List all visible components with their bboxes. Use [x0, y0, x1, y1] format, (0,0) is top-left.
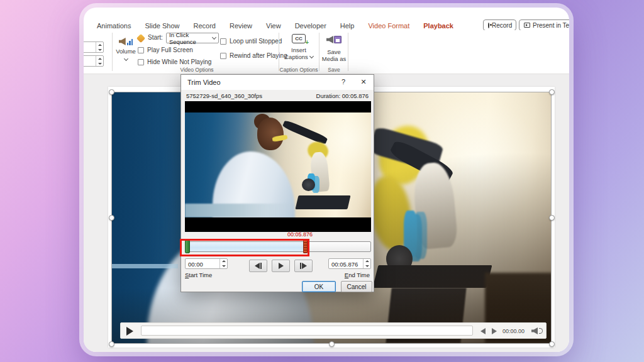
selection-handle-mid-right[interactable]	[549, 215, 555, 221]
record-button-label: Record	[492, 22, 512, 29]
powerpoint-window: Animations Slide Show Record Review View…	[84, 8, 569, 352]
save-media-label-1: Save	[327, 48, 341, 55]
end-time-value: 00:05.876	[331, 261, 358, 268]
start-icon	[136, 34, 145, 43]
cancel-button[interactable]: Cancel	[341, 281, 372, 292]
selection-handle-bottom-center[interactable]	[329, 341, 335, 347]
play-button[interactable]	[272, 260, 290, 272]
group-separator	[348, 33, 348, 71]
selection-handle-bottom-left[interactable]	[109, 341, 114, 347]
hide-while-not-playing-checkbox[interactable]: Hide While Not Playing	[138, 58, 211, 65]
closed-captions-icon: CC +	[292, 34, 306, 43]
tab-slide-show[interactable]: Slide Show	[138, 22, 186, 30]
save-media-label-2: Media as	[322, 55, 347, 62]
insert-captions-label-1: Insert	[291, 47, 306, 53]
chevron-down-icon	[123, 57, 128, 61]
video-duration: Duration: 00:05.876	[316, 92, 369, 99]
end-time-spin-buttons[interactable]	[363, 259, 370, 268]
play-full-screen-checkbox[interactable]: Play Full Screen	[138, 47, 193, 53]
start-label: Start:	[148, 34, 163, 41]
selection-handle-mid-left[interactable]	[109, 215, 114, 221]
volume-icon	[119, 34, 133, 45]
video-options-group-label: Video Options	[134, 67, 260, 73]
selection-handle-bottom-right[interactable]	[549, 341, 555, 347]
help-button[interactable]: ?	[338, 78, 348, 85]
video-filename: 5752729-sd_640_360_30fps	[186, 92, 262, 99]
end-time-spinner[interactable]: 00:05.876	[328, 258, 371, 269]
tab-record[interactable]: Record	[186, 22, 222, 30]
tab-developer[interactable]: Developer	[288, 22, 333, 30]
video-preview	[185, 101, 371, 232]
selection-handle-top-left[interactable]	[109, 89, 114, 95]
media-timestamp: 00:00.00	[502, 328, 525, 334]
checkbox-icon	[138, 47, 144, 53]
selection-handle-top-right[interactable]	[549, 89, 555, 95]
next-frame-button[interactable]	[294, 260, 313, 272]
tab-video-format[interactable]: Video Format	[361, 22, 416, 30]
seek-back-icon[interactable]	[480, 328, 486, 334]
record-button[interactable]: Record	[483, 19, 516, 31]
seek-forward-icon[interactable]	[492, 328, 497, 334]
trim-video-dialog: Trim Video ? ✕ 5752729-sd_640_360_30fps …	[180, 74, 374, 292]
start-dropdown-value: In Click Sequence	[169, 31, 213, 45]
group-separator	[112, 33, 113, 71]
loop-until-stopped-checkbox[interactable]: Loop until Stopped	[220, 38, 282, 45]
play-icon	[279, 263, 284, 269]
start-dropdown[interactable]: In Click Sequence	[166, 33, 219, 43]
trim-position-time: 00:05.876	[278, 231, 322, 238]
record-icon	[488, 23, 489, 28]
start-time-spin-buttons[interactable]	[219, 259, 227, 268]
desktop-background: { "tabs": { "items": [ {"label":"Animati…	[0, 0, 644, 362]
present-icon	[524, 23, 530, 28]
save-media-icon	[326, 34, 341, 45]
present-in-teams-button[interactable]: Present in Te	[519, 19, 569, 31]
save-group-label: Save	[320, 67, 348, 73]
next-frame-icon	[302, 263, 307, 269]
tab-view[interactable]: View	[259, 22, 288, 30]
audio-wave-icon	[539, 328, 543, 334]
ok-button[interactable]: OK	[302, 281, 336, 292]
checkbox-icon	[220, 53, 226, 59]
ribbon: 00 .00 Volume Start: In Click Sequence P…	[84, 30, 569, 74]
play-icon[interactable]	[126, 327, 133, 336]
fade-in-spin-buttons[interactable]	[96, 42, 103, 52]
insert-captions-label-2: Captions	[284, 53, 308, 60]
microscope-base	[295, 195, 350, 209]
video-media-bar: 00:00.00	[120, 322, 547, 339]
group-separator	[319, 33, 319, 71]
table-edge-shape	[185, 204, 293, 217]
chevron-down-icon	[212, 35, 216, 39]
tab-help[interactable]: Help	[333, 22, 362, 30]
start-time-value: 00:00	[188, 261, 203, 268]
hide-while-not-playing-label: Hide While Not Playing	[147, 58, 211, 65]
volume-label: Volume	[116, 48, 136, 55]
caption-options-group-label: Caption Options	[279, 67, 319, 73]
previous-frame-icon	[255, 263, 260, 269]
frame-bar-icon	[300, 263, 301, 269]
preview-footage	[185, 112, 371, 217]
present-button-label: Present in Te	[533, 22, 569, 29]
start-time-spinner[interactable]: 00:00	[185, 258, 228, 269]
tab-animations[interactable]: Animations	[90, 22, 138, 30]
volume-button[interactable]: Volume	[114, 34, 138, 60]
save-media-as-button[interactable]: Save Media as	[320, 34, 348, 62]
start-time-label: Start Time	[185, 272, 212, 278]
group-separator	[279, 33, 279, 71]
checkbox-icon	[138, 59, 144, 65]
fade-in-spinner[interactable]: 00	[84, 41, 104, 53]
fade-out-spin-buttons[interactable]	[96, 56, 103, 66]
insert-captions-button[interactable]: CC + Insert Captions	[281, 34, 316, 60]
audio-icon[interactable]	[531, 327, 538, 334]
dialog-title-bar[interactable]: Trim Video ? ✕	[181, 75, 374, 90]
tab-playback[interactable]: Playback	[416, 22, 460, 30]
play-full-screen-label: Play Full Screen	[147, 47, 193, 53]
tab-review[interactable]: Review	[223, 22, 259, 30]
close-icon[interactable]: ✕	[358, 78, 369, 86]
scientist-head-shape	[257, 118, 283, 150]
rewind-after-playing-checkbox[interactable]: Rewind after Playing	[220, 52, 287, 59]
dialog-title: Trim Video	[187, 79, 221, 86]
frame-bar-icon	[260, 263, 262, 269]
previous-frame-button[interactable]	[249, 260, 267, 272]
fade-out-spinner[interactable]: .00	[84, 55, 104, 67]
media-progress-bar[interactable]	[141, 326, 473, 336]
